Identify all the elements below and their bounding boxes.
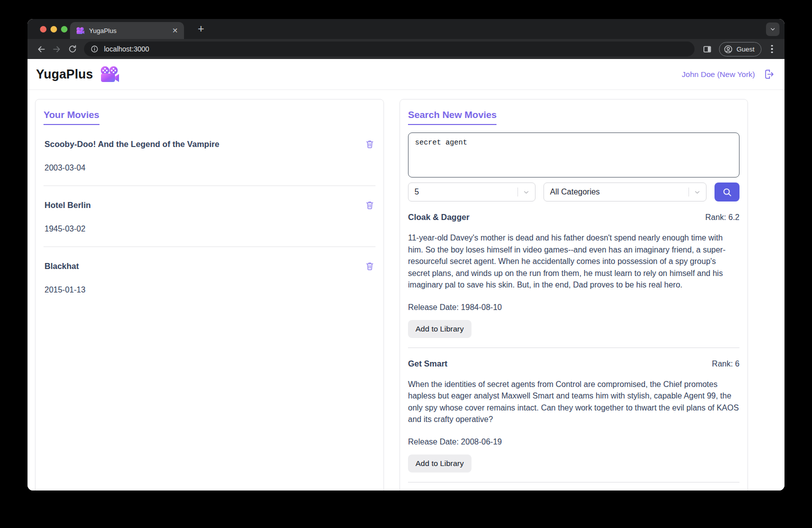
search-title: Search New Movies — [408, 110, 496, 125]
chevron-down-icon — [689, 188, 706, 196]
library-movie-row: Scooby-Doo! And the Legend of the Vampir… — [44, 125, 376, 186]
result-title: Get Smart — [408, 359, 448, 368]
search-query-input[interactable]: secret agent — [408, 132, 740, 178]
main-content: Your Movies Scooby-Doo! And the Legend o… — [28, 90, 784, 490]
forward-icon[interactable] — [49, 42, 64, 57]
movie-release-date: 2003-03-04 — [44, 164, 374, 172]
chevron-down-icon — [518, 188, 535, 196]
address-bar[interactable]: localhost:3000 — [84, 42, 694, 56]
movie-camera-icon — [100, 66, 120, 83]
library-movie-row: Hotel Berlin 1945-03-02 — [44, 186, 376, 246]
yugaplus-app: YugaPlus John Doe (New York) — [28, 59, 784, 490]
your-movies-title: Your Movies — [44, 110, 100, 125]
delete-movie-trash-icon[interactable] — [365, 200, 374, 210]
close-window-button[interactable] — [40, 26, 46, 32]
reload-icon[interactable] — [64, 42, 80, 57]
category-value: All Categories — [544, 188, 688, 196]
result-rank: Rank: 6.2 — [706, 213, 740, 222]
tab-close-icon[interactable]: ✕ — [172, 27, 178, 34]
browser-menu-icon[interactable] — [766, 42, 778, 56]
url-text: localhost:3000 — [104, 45, 149, 53]
person-icon — [724, 44, 733, 54]
search-icon — [722, 187, 732, 198]
result-title: Cloak & Dagger — [408, 212, 470, 222]
category-select[interactable]: All Categories — [544, 182, 706, 202]
back-icon[interactable] — [34, 42, 49, 57]
library-movie-row: Blackhat 2015-01-13 — [44, 246, 376, 308]
result-release-date: Release Date: 2008-06-19 — [408, 438, 740, 446]
maximize-window-button[interactable] — [61, 26, 68, 32]
favicon-movie-camera-icon — [76, 27, 84, 34]
movie-release-date: 1945-03-02 — [44, 224, 374, 234]
tab-strip: YugaPlus ✕ + — [28, 19, 784, 39]
tab-search-chevron-icon[interactable] — [766, 22, 780, 36]
browser-toolbar: localhost:3000 Guest — [28, 39, 784, 59]
search-button[interactable] — [714, 182, 740, 202]
minimize-window-button[interactable] — [50, 26, 57, 32]
result-rank: Rank: 6 — [712, 360, 740, 368]
delete-movie-trash-icon[interactable] — [365, 261, 374, 271]
movie-release-date: 2015-01-13 — [44, 286, 374, 294]
result-description: 11-year-old Davey's mother is dead and h… — [408, 232, 740, 291]
result-release-date: Release Date: 1984-08-10 — [408, 303, 740, 312]
movie-title: Blackhat — [44, 262, 79, 271]
movie-title: Scooby-Doo! And the Legend of the Vampir… — [44, 140, 220, 149]
logout-icon[interactable] — [763, 68, 774, 80]
new-tab-button[interactable]: + — [192, 19, 210, 39]
search-result: Cloak & Dagger Rank: 6.2 11-year-old Dav… — [408, 212, 740, 348]
movie-title: Hotel Berlin — [44, 200, 91, 210]
result-description: When the identities of secret agents fro… — [408, 378, 740, 426]
side-panel-icon[interactable] — [700, 42, 715, 57]
profile-chip[interactable]: Guest — [719, 42, 762, 56]
search-result: Get Smart Rank: 6 When the identities of… — [408, 359, 740, 482]
app-header: YugaPlus John Doe (New York) — [28, 59, 784, 90]
result-limit-select[interactable]: 5 — [408, 182, 536, 202]
tab-title: YugaPlus — [89, 27, 168, 34]
window-controls — [28, 26, 68, 32]
your-movies-panel: Your Movies Scooby-Doo! And the Legend o… — [35, 99, 384, 490]
brand-title: YugaPlus — [36, 67, 93, 82]
add-to-library-button[interactable]: Add to Library — [408, 454, 472, 472]
tab-yugaplus[interactable]: YugaPlus ✕ — [70, 22, 184, 39]
delete-movie-trash-icon[interactable] — [365, 139, 374, 149]
site-info-icon[interactable] — [90, 45, 98, 53]
search-panel: Search New Movies secret agent 5 All Cat… — [400, 99, 748, 490]
user-name: John Doe (New York) — [682, 70, 755, 79]
browser-window: YugaPlus ✕ + localhost:3000 Guest — [28, 19, 784, 490]
search-controls: 5 All Categories — [408, 182, 740, 202]
profile-label: Guest — [736, 46, 754, 53]
add-to-library-button[interactable]: Add to Library — [408, 320, 472, 338]
result-limit-value: 5 — [408, 188, 518, 196]
